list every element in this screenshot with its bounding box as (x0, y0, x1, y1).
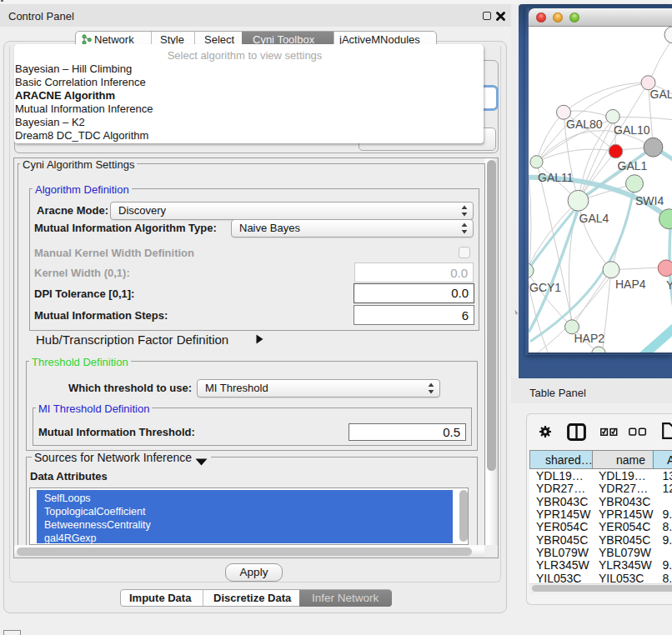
svg-text:GCY1: GCY1 (529, 281, 561, 294)
svg-text:GAL80: GAL80 (566, 118, 603, 131)
svg-text:HAP4: HAP4 (615, 278, 646, 291)
svg-text:HAP2: HAP2 (574, 331, 605, 344)
svg-text:GAL1: GAL1 (618, 159, 648, 172)
svg-text:YD: YD (666, 278, 672, 291)
svg-text:GAL4: GAL4 (579, 212, 609, 225)
svg-text:SWI4: SWI4 (635, 193, 664, 207)
svg-text:GAL10: GAL10 (614, 122, 650, 136)
svg-text:GAL7: GAL7 (650, 87, 672, 100)
svg-text:GAL11: GAL11 (538, 171, 574, 184)
